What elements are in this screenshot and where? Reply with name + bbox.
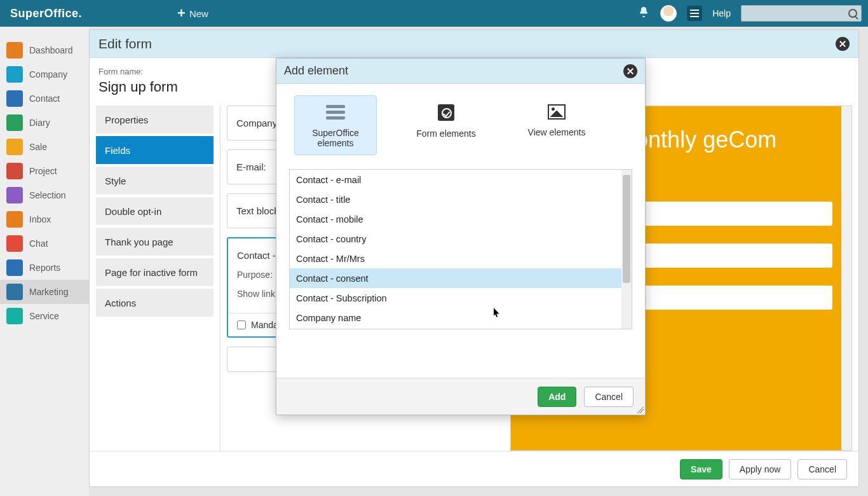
plus-icon: +: [177, 6, 186, 20]
resize-handle-icon[interactable]: [635, 404, 644, 413]
element-type-label: Form elements: [405, 128, 487, 139]
side-tabs: PropertiesFieldsStyleDouble opt-inThank …: [96, 106, 220, 451]
add-button[interactable]: Add: [538, 387, 576, 407]
nav-icon: [6, 308, 23, 324]
nav-item-label: Sale: [29, 142, 47, 152]
element-item[interactable]: Contact - Subscription: [290, 288, 621, 308]
modal-title: Edit form: [98, 36, 152, 52]
modal-header: Edit form: [90, 30, 858, 58]
element-item[interactable]: Company name: [290, 308, 621, 327]
left-nav: Dashboard Company Contact Diary Sale Pro…: [0, 27, 89, 496]
nav-item-sale[interactable]: Sale: [0, 135, 89, 159]
element-item[interactable]: Contact - e-mail: [290, 170, 621, 189]
nav-icon: [6, 259, 23, 276]
nav-icon: [6, 90, 23, 107]
new-button[interactable]: + New: [177, 6, 208, 20]
tab-fields[interactable]: Fields: [96, 136, 214, 164]
tab-page-for-inactive-form[interactable]: Page for inactive form: [96, 258, 214, 286]
nav-item-diary[interactable]: Diary: [0, 111, 89, 135]
dialog-title: Add element: [284, 64, 348, 78]
element-item[interactable]: Contact - Mr/Mrs: [290, 249, 621, 268]
nav-icon: [6, 284, 23, 300]
dialog-header: Add element: [276, 59, 645, 84]
topbar: SuperOffice. + New Help: [0, 0, 868, 27]
element-item[interactable]: Contact - country: [290, 229, 621, 249]
apply-now-button[interactable]: Apply now: [729, 459, 792, 479]
nav-item-label: Marketing: [29, 287, 68, 297]
app-logo: SuperOffice.: [10, 7, 82, 20]
nav-item-label: Project: [29, 166, 57, 176]
nav-icon: [6, 66, 23, 83]
nav-item-reports[interactable]: Reports: [0, 256, 89, 280]
topbar-right: Help: [637, 5, 862, 22]
nav-item-marketing[interactable]: Marketing: [0, 280, 89, 304]
element-type-superoffice-elements[interactable]: SuperOffice elements: [294, 95, 377, 155]
scrollbar-thumb[interactable]: [623, 175, 630, 283]
nav-icon: [6, 163, 23, 179]
nav-item-label: Contact: [29, 93, 60, 104]
menu-icon[interactable]: [687, 6, 702, 21]
tab-style[interactable]: Style: [96, 167, 214, 195]
search-icon: [848, 9, 857, 18]
nav-item-project[interactable]: Project: [0, 159, 89, 183]
nav-item-label: Selection: [29, 190, 66, 200]
new-button-label: New: [189, 8, 208, 19]
nav-item-company[interactable]: Company: [0, 62, 89, 86]
modal-footer: Save Apply now Cancel: [90, 451, 858, 486]
element-list-scrollbar[interactable]: [621, 170, 632, 329]
nav-item-dashboard[interactable]: Dashboard: [0, 38, 89, 62]
element-type-view-elements[interactable]: View elements: [515, 95, 598, 155]
avatar[interactable]: [660, 5, 677, 22]
element-list: Contact - e-mailContact - titleContact -…: [289, 169, 632, 329]
nav-item-label: Dashboard: [29, 45, 73, 55]
nav-icon: [6, 211, 23, 228]
nav-icon: [6, 114, 23, 131]
element-type-tabs: SuperOffice elementsForm elementsView el…: [294, 95, 632, 155]
field-label: E-mail:: [236, 162, 266, 172]
nav-item-label: Inbox: [29, 214, 51, 224]
field-label: Text block: [236, 205, 279, 216]
nav-icon: [6, 139, 23, 155]
nav-item-label: Chat: [29, 238, 48, 249]
element-item[interactable]: Contact - consent: [290, 268, 621, 288]
dialog-cancel-button[interactable]: Cancel: [584, 387, 634, 407]
close-icon[interactable]: [836, 37, 850, 51]
nav-item-chat[interactable]: Chat: [0, 231, 89, 256]
dialog-body: SuperOffice elementsForm elementsView el…: [276, 84, 645, 378]
dialog-footer: Add Cancel: [276, 378, 645, 415]
search-input[interactable]: [741, 5, 862, 22]
nav-icon: [6, 187, 23, 203]
close-icon[interactable]: [623, 64, 637, 78]
add-element-dialog: Add element SuperOffice elementsForm ele…: [276, 58, 646, 415]
nav-icon: [6, 235, 23, 252]
save-button[interactable]: Save: [680, 459, 722, 479]
bell-icon[interactable]: [637, 6, 650, 21]
element-type-label: SuperOffice elements: [295, 128, 376, 148]
nav-item-label: Company: [29, 69, 67, 79]
tab-double-opt-in[interactable]: Double opt-in: [96, 197, 214, 225]
nav-item-service[interactable]: Service: [0, 304, 89, 328]
nav-item-inbox[interactable]: Inbox: [0, 207, 89, 231]
element-type-form-elements[interactable]: Form elements: [405, 95, 487, 155]
element-type-label: View elements: [515, 127, 598, 137]
help-link[interactable]: Help: [712, 8, 731, 18]
nav-item-label: Diary: [29, 118, 50, 128]
tab-thank-you-page[interactable]: Thank you page: [96, 228, 214, 256]
preview-scrollbar[interactable]: [841, 106, 851, 450]
mandatory-checkbox[interactable]: [237, 320, 246, 329]
element-item[interactable]: Contact - title: [290, 189, 621, 209]
nav-icon: [6, 42, 23, 59]
element-item[interactable]: Contact - mobile: [290, 209, 621, 229]
nav-item-label: Service: [29, 311, 59, 321]
tab-actions[interactable]: Actions: [96, 289, 214, 317]
nav-item-label: Reports: [29, 263, 60, 273]
cancel-button[interactable]: Cancel: [797, 459, 847, 479]
nav-item-contact[interactable]: Contact: [0, 86, 89, 111]
nav-item-selection[interactable]: Selection: [0, 183, 89, 207]
tab-properties[interactable]: Properties: [96, 106, 214, 134]
